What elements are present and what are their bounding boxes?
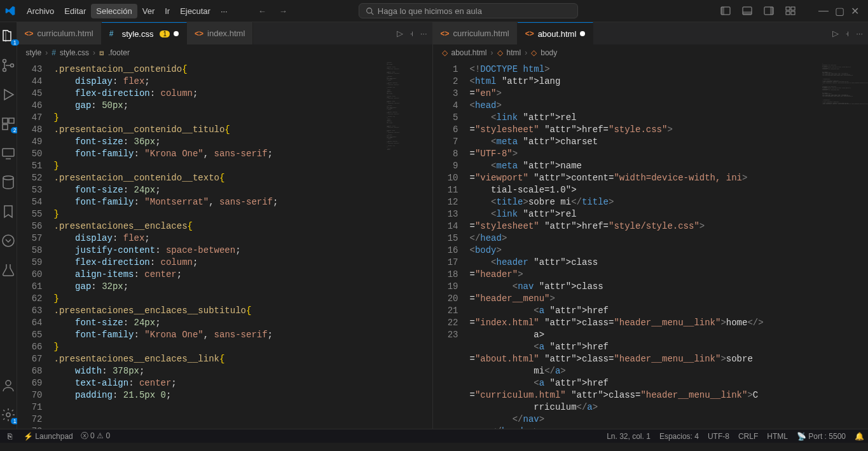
layout-custom-icon[interactable] [785, 6, 796, 16]
svg-rect-7 [770, 7, 773, 15]
run-icon[interactable]: ▷ [397, 29, 403, 38]
app-menu: ArchivoEditarSelecciónVerIrEjecutar [22, 4, 216, 18]
menu-ver[interactable]: Ver [137, 4, 160, 18]
breadcrumb-left[interactable]: style › # style.css › ⧈ .footer [17, 44, 432, 61]
activity-test-icon[interactable] [1, 262, 16, 278]
menu-archivo[interactable]: Archivo [22, 4, 59, 18]
breadcrumb-folder[interactable]: style [26, 48, 42, 57]
activity-debug-icon[interactable] [1, 87, 16, 102]
explorer-badge: 1 [11, 39, 19, 46]
minimize-icon[interactable]: ― [818, 5, 829, 17]
menu-ir[interactable]: Ir [160, 4, 175, 18]
svg-point-13 [3, 69, 6, 72]
svg-rect-17 [3, 125, 8, 130]
breadcrumb-file[interactable]: style.css [60, 48, 89, 57]
menu-overflow-icon[interactable]: ··· [216, 4, 233, 18]
tab-about-html[interactable]: <>about.html [518, 22, 594, 44]
tab-label: curriculum.html [453, 29, 509, 38]
status-notifications-icon[interactable]: 🔔 [855, 432, 864, 441]
nav-forward-icon[interactable]: → [279, 6, 287, 16]
tab-label: curriculum.html [38, 29, 93, 38]
status-cursor[interactable]: Ln. 32, col. 1 [607, 432, 651, 441]
breadcrumb-file[interactable]: about.html [451, 48, 487, 57]
more-actions-icon[interactable]: ··· [420, 29, 427, 38]
svg-rect-18 [3, 149, 14, 156]
editor-right[interactable]: 1234567891011121314151617181920212223 <!… [433, 61, 869, 429]
activity-database-icon[interactable] [1, 175, 16, 190]
status-launchpad[interactable]: ⚡ Launchpad [24, 432, 73, 441]
status-language[interactable]: HTML [767, 432, 788, 441]
svg-point-14 [10, 64, 13, 67]
tab-style-css[interactable]: #style.css1 [102, 22, 187, 44]
maximize-icon[interactable]: ▢ [835, 5, 844, 17]
html-file-icon: <> [525, 29, 534, 38]
editor-group-left: <>curriculum.html#style.css1<>index.html… [17, 22, 433, 429]
status-eol[interactable]: CRLF [738, 432, 758, 441]
tab-label: about.html [538, 29, 577, 39]
svg-rect-11 [791, 11, 795, 15]
tabs-left: <>curriculum.html#style.css1<>index.html… [17, 22, 432, 44]
settings-icon[interactable]: 1 [1, 407, 16, 422]
tab-index-html[interactable]: <>index.html [187, 22, 253, 44]
svg-point-20 [3, 235, 14, 246]
activity-scm-icon[interactable] [1, 58, 16, 73]
activity-explorer-icon[interactable]: 1 [1, 29, 16, 44]
layout-right-icon[interactable] [764, 6, 774, 16]
menu-ejecutar[interactable]: Ejecutar [175, 4, 216, 18]
html-file-icon: <> [25, 29, 34, 38]
split-editor-icon[interactable]: ⫞ [410, 29, 414, 38]
svg-point-19 [3, 176, 13, 180]
html-file-icon: <> [441, 29, 450, 38]
tab-curriculum-html[interactable]: <>curriculum.html [17, 22, 102, 44]
modified-dot-icon [174, 31, 179, 36]
svg-rect-10 [786, 11, 790, 15]
tab-curriculum-html[interactable]: <>curriculum.html [433, 22, 518, 44]
editor-group-right: <>curriculum.html<>about.html▷⫞··· ◇ abo… [433, 22, 869, 429]
tab-badge: 1 [160, 30, 170, 37]
nav-back-icon[interactable]: ← [258, 6, 266, 16]
minimap-right[interactable]: <!DOCTYPE html> <html lang="en"> <head> … [822, 61, 868, 429]
split-editor-icon[interactable]: ⫞ [845, 29, 850, 38]
activity-bookmark-icon[interactable] [1, 204, 16, 219]
command-center-text: Haga lo que hicimos en aula [378, 6, 482, 16]
breadcrumb-right[interactable]: ◇ about.html › ◇ html › ◇ body [433, 44, 869, 61]
activity-bar: 1 2 [0, 22, 17, 429]
svg-rect-9 [791, 7, 795, 10]
layout-bottom-icon[interactable] [742, 6, 752, 16]
activity-remote-icon[interactable] [1, 145, 16, 161]
status-encoding[interactable]: UTF-8 [708, 432, 729, 441]
titlebar-right: ― ▢ ✕ [720, 5, 863, 17]
svg-point-0 [366, 8, 371, 13]
more-actions-icon[interactable]: ··· [856, 29, 863, 38]
breadcrumb-el1[interactable]: html [507, 48, 521, 57]
status-bar: ⎘ ⚡ Launchpad ⓧ 0 ⚠ 0 Ln. 32, col. 1 Esp… [0, 429, 868, 443]
minimap-left[interactable]: .presentacion__contenido{ display: flex;… [387, 61, 432, 429]
html-file-icon: <> [195, 29, 203, 38]
modified-dot-icon [580, 31, 585, 36]
activity-extensions-icon[interactable]: 2 [1, 116, 16, 131]
svg-rect-16 [9, 118, 14, 123]
status-errors[interactable]: ⓧ 0 ⚠ 0 [81, 431, 110, 441]
menu-selección[interactable]: Selección [91, 4, 137, 18]
status-indent[interactable]: Espacios: 4 [659, 432, 699, 441]
titlebar: ArchivoEditarSelecciónVerIrEjecutar ··· … [0, 0, 868, 22]
run-icon[interactable]: ▷ [832, 29, 839, 38]
layout-left-icon[interactable] [720, 6, 731, 16]
close-window-icon[interactable]: ✕ [851, 5, 859, 17]
breadcrumb-symbol[interactable]: .footer [108, 48, 130, 57]
css-file-icon: # [109, 29, 118, 38]
command-center[interactable]: Haga lo que hicimos en aula [359, 3, 578, 18]
svg-rect-8 [786, 7, 790, 10]
tab-label: style.css [122, 29, 154, 39]
accounts-icon[interactable] [1, 378, 16, 393]
menu-editar[interactable]: Editar [59, 4, 91, 18]
status-liveserver[interactable]: 📡 Port : 5500 [797, 432, 846, 441]
breadcrumb-el2[interactable]: body [541, 48, 557, 57]
tab-label: index.html [207, 29, 245, 38]
editor-left[interactable]: 4344454647484950515253545556575859606162… [17, 61, 432, 429]
activity-timeline-icon[interactable] [1, 233, 16, 248]
svg-line-1 [371, 12, 373, 14]
svg-rect-3 [721, 7, 724, 15]
remote-indicator-icon[interactable]: ⎘ [4, 432, 16, 441]
vscode-logo-icon [5, 6, 15, 16]
